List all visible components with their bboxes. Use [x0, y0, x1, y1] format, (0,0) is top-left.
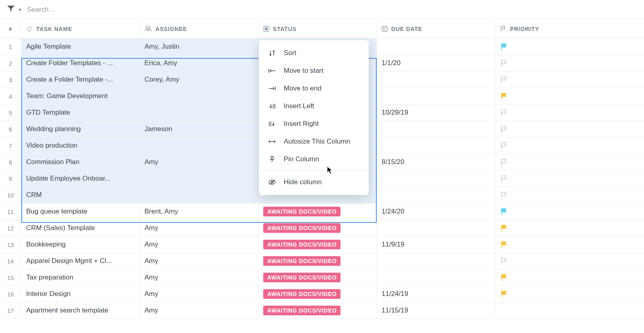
status-badge[interactable]: AWAITING DOCS/VIDEO	[263, 240, 341, 249]
due-date-cell[interactable]	[377, 138, 495, 154]
assignee-cell[interactable]: Brent, Amy	[140, 204, 258, 220]
priority-flag-icon[interactable]	[500, 208, 508, 216]
assignee-cell[interactable]: Amy	[140, 269, 258, 286]
priority-cell[interactable]	[495, 236, 614, 253]
priority-flag-icon[interactable]	[500, 142, 508, 150]
priority-cell[interactable]	[495, 88, 614, 104]
assignee-cell[interactable]: Corey, Amy	[140, 72, 258, 88]
menu-insert-right[interactable]: Insert Right	[259, 115, 369, 133]
due-date-cell[interactable]	[377, 187, 495, 203]
status-badge[interactable]: AWAITING DOCS/VIDEO	[263, 273, 341, 282]
due-date-cell[interactable]: 11/15/19	[377, 302, 495, 319]
priority-cell[interactable]	[495, 286, 614, 302]
priority-flag-icon[interactable]	[500, 290, 508, 298]
task-name-cell[interactable]: Agile Template	[21, 39, 140, 55]
table-row[interactable]: 11Bug queue templateBrent, AmyAWAITING D…	[0, 204, 644, 220]
assignee-cell[interactable]: Amy	[140, 236, 258, 253]
priority-flag-icon[interactable]	[500, 175, 508, 183]
task-name-cell[interactable]: Apartment search template	[21, 302, 140, 319]
priority-flag-icon[interactable]	[500, 158, 508, 166]
due-date-cell[interactable]	[377, 269, 495, 286]
due-date-cell[interactable]: 11/24/19	[377, 286, 495, 302]
assignee-cell[interactable]	[140, 88, 258, 104]
due-date-cell[interactable]: 11/9/19	[377, 236, 495, 253]
priority-cell[interactable]	[495, 171, 614, 187]
due-date-cell[interactable]	[377, 121, 495, 137]
table-row[interactable]: 15Tax preparationAmyAWAITING DOCS/VIDEO	[0, 269, 644, 286]
priority-cell[interactable]	[495, 154, 614, 170]
priority-flag-icon[interactable]	[500, 109, 508, 117]
menu-sort[interactable]: Sort	[259, 44, 369, 62]
priority-cell[interactable]	[495, 105, 614, 121]
status-cell[interactable]: AWAITING DOCS/VIDEO	[258, 269, 377, 286]
task-name-cell[interactable]: CRM (Sales) Template	[21, 220, 140, 236]
header-assignee[interactable]: ASSIGNEE	[140, 19, 258, 38]
filter-dropdown-caret-icon[interactable]: ▼	[18, 7, 22, 12]
priority-flag-icon[interactable]	[500, 191, 508, 199]
priority-cell[interactable]	[495, 55, 614, 71]
task-name-cell[interactable]: Bug queue template	[21, 204, 140, 220]
status-badge[interactable]: AWAITING DOCS/VIDEO	[263, 306, 341, 315]
task-name-cell[interactable]: Apparel Design Mgmt + Cl...	[21, 253, 140, 269]
priority-flag-icon[interactable]	[500, 76, 508, 84]
priority-flag-icon[interactable]	[500, 125, 508, 133]
header-priority[interactable]: PRIORITY	[495, 19, 614, 38]
task-name-cell[interactable]: CRM	[21, 187, 140, 203]
priority-cell[interactable]	[495, 187, 614, 203]
task-name-cell[interactable]: Update Employee Onboar...	[21, 171, 140, 187]
menu-pin-column[interactable]: Pin Column	[259, 150, 369, 168]
filter-icon[interactable]	[7, 6, 14, 14]
status-cell[interactable]: AWAITING DOCS/VIDEO	[258, 286, 377, 302]
header-status[interactable]: STATUS	[258, 19, 377, 38]
priority-cell[interactable]	[495, 121, 614, 137]
priority-flag-icon[interactable]	[500, 224, 508, 232]
status-cell[interactable]: AWAITING DOCS/VIDEO	[258, 302, 377, 319]
status-badge[interactable]: AWAITING DOCS/VIDEO	[263, 256, 341, 266]
menu-move-to-start[interactable]: Move to start	[259, 62, 369, 80]
priority-flag-icon[interactable]	[500, 240, 508, 249]
due-date-cell[interactable]: 10/29/19	[377, 105, 495, 121]
due-date-cell[interactable]: 1/1/20	[377, 55, 495, 71]
assignee-cell[interactable]	[140, 171, 258, 187]
task-name-cell[interactable]: Interior Design	[21, 286, 140, 302]
due-date-cell[interactable]	[377, 72, 495, 88]
menu-autosize-column[interactable]: Autosize This Column	[259, 133, 369, 150]
task-name-cell[interactable]: GTD Template	[21, 105, 140, 121]
due-date-cell[interactable]	[377, 39, 495, 55]
assignee-cell[interactable]: Amy	[140, 220, 258, 236]
priority-cell[interactable]	[495, 220, 614, 236]
search-input[interactable]	[27, 6, 637, 14]
assignee-cell[interactable]	[140, 187, 258, 203]
due-date-cell[interactable]: 1/24/20	[377, 204, 495, 220]
header-numbering[interactable]: #	[0, 19, 21, 38]
assignee-cell[interactable]: Amy, Justin	[140, 39, 258, 55]
priority-flag-icon[interactable]	[500, 43, 508, 51]
status-badge[interactable]: AWAITING DOCS/VIDEO	[263, 207, 341, 216]
priority-cell[interactable]	[495, 253, 614, 269]
assignee-cell[interactable]: Erica, Amy	[140, 55, 258, 71]
status-badge[interactable]: AWAITING DOCS/VIDEO	[263, 289, 341, 299]
priority-flag-icon[interactable]	[500, 273, 508, 282]
header-due-date[interactable]: 31 DUE DATE	[377, 19, 495, 38]
task-name-cell[interactable]: Video production	[21, 138, 140, 154]
status-cell[interactable]: AWAITING DOCS/VIDEO	[258, 220, 377, 236]
table-row[interactable]: 16Interior DesignAmyAWAITING DOCS/VIDEO1…	[0, 286, 644, 302]
priority-flag-icon[interactable]	[500, 59, 508, 67]
assignee-cell[interactable]	[140, 138, 258, 154]
due-date-cell[interactable]	[377, 220, 495, 236]
menu-move-to-end[interactable]: Move to end	[259, 80, 369, 97]
priority-cell[interactable]	[495, 302, 614, 319]
priority-cell[interactable]	[495, 204, 614, 220]
priority-flag-icon[interactable]	[500, 92, 508, 100]
priority-cell[interactable]	[495, 269, 614, 286]
table-row[interactable]: 13BookkeepingAmyAWAITING DOCS/VIDEO11/9/…	[0, 236, 644, 253]
task-name-cell[interactable]: Commission Plan	[21, 154, 140, 170]
status-cell[interactable]: AWAITING DOCS/VIDEO	[258, 253, 377, 269]
assignee-cell[interactable]: Jameson	[140, 121, 258, 137]
table-row[interactable]: 12CRM (Sales) TemplateAmyAWAITING DOCS/V…	[0, 220, 644, 236]
task-name-cell[interactable]: Create Folder Templates - ...	[21, 55, 140, 71]
menu-hide-column[interactable]: Hide column	[259, 173, 369, 191]
due-date-cell[interactable]: 8/15/20	[377, 154, 495, 170]
task-name-cell[interactable]: Tax preparation	[21, 269, 140, 286]
header-task-name[interactable]: TASK NAME	[21, 19, 140, 38]
